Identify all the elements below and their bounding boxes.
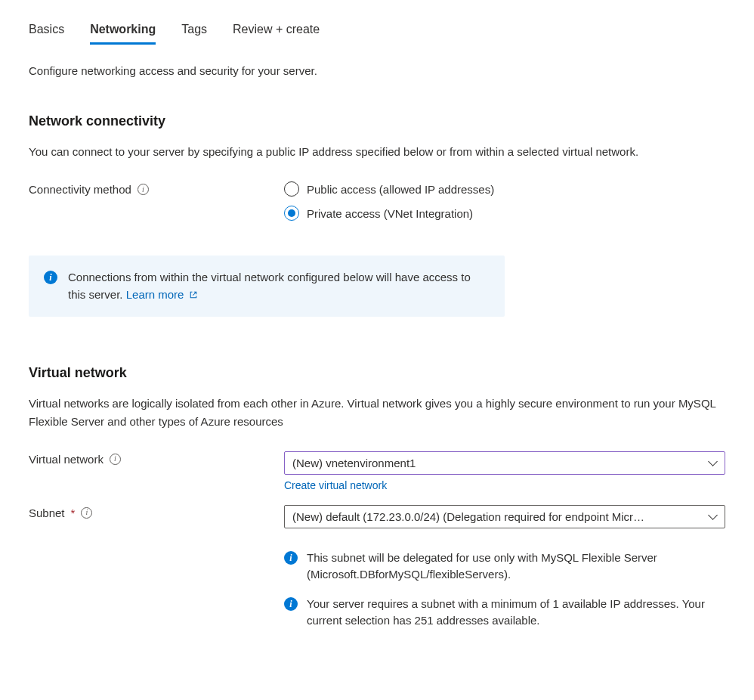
desc-virtual-network: Virtual networks are logically isolated … <box>29 395 725 430</box>
radio-group-connectivity: Public access (allowed IP addresses) Pri… <box>284 181 725 221</box>
row-subnet: Subnet * i (New) default (172.23.0.0/24)… <box>29 505 725 630</box>
info-solid-icon: i <box>284 597 298 611</box>
select-subnet[interactable]: (New) default (172.23.0.0/24) (Delegatio… <box>284 505 725 528</box>
label-subnet: Subnet <box>29 506 65 519</box>
info-solid-icon: i <box>44 271 57 284</box>
heading-network-connectivity: Network connectivity <box>29 113 725 129</box>
row-virtual-network: Virtual network i (New) vnetenvironment1… <box>29 451 725 491</box>
tab-networking[interactable]: Networking <box>90 23 156 45</box>
label-connectivity-method: Connectivity method <box>29 183 131 196</box>
heading-virtual-network: Virtual network <box>29 365 725 381</box>
info-icon[interactable]: i <box>110 454 121 465</box>
tabs: Basics Networking Tags Review + create <box>29 23 725 45</box>
select-virtual-network-value: (New) vnetenvironment1 <box>292 457 416 469</box>
tab-review-create[interactable]: Review + create <box>233 23 320 45</box>
tab-tags[interactable]: Tags <box>181 23 207 45</box>
info-solid-icon: i <box>284 551 298 565</box>
label-virtual-network: Virtual network <box>29 453 104 466</box>
select-virtual-network[interactable]: (New) vnetenvironment1 <box>284 451 725 475</box>
radio-private-label: Private access (VNet Integration) <box>307 207 473 220</box>
external-link-icon <box>189 290 198 299</box>
radio-public-access[interactable]: Public access (allowed IP addresses) <box>284 181 725 197</box>
chevron-down-icon <box>708 458 717 467</box>
info-banner-vnet: i Connections from within the virtual ne… <box>29 256 505 317</box>
radio-private-access[interactable]: Private access (VNet Integration) <box>284 206 725 221</box>
link-create-virtual-network[interactable]: Create virtual network <box>284 479 387 491</box>
learn-more-link[interactable]: Learn more <box>126 288 198 301</box>
chevron-down-icon <box>708 512 717 521</box>
info-subnet-delegate: This subnet will be delegated for use on… <box>307 550 725 584</box>
required-indicator: * <box>71 506 76 519</box>
tab-basics[interactable]: Basics <box>29 23 64 45</box>
radio-public-label: Public access (allowed IP addresses) <box>307 183 494 196</box>
row-connectivity-method: Connectivity method i Public access (all… <box>29 181 725 221</box>
info-icon[interactable]: i <box>81 507 92 519</box>
info-icon[interactable]: i <box>138 184 149 195</box>
info-subnet-ip: Your server requires a subnet with a min… <box>307 596 725 630</box>
select-subnet-value: (New) default (172.23.0.0/24) (Delegatio… <box>292 510 644 523</box>
desc-network-connectivity: You can connect to your server by specif… <box>29 143 725 160</box>
page-description: Configure networking access and security… <box>29 64 725 77</box>
